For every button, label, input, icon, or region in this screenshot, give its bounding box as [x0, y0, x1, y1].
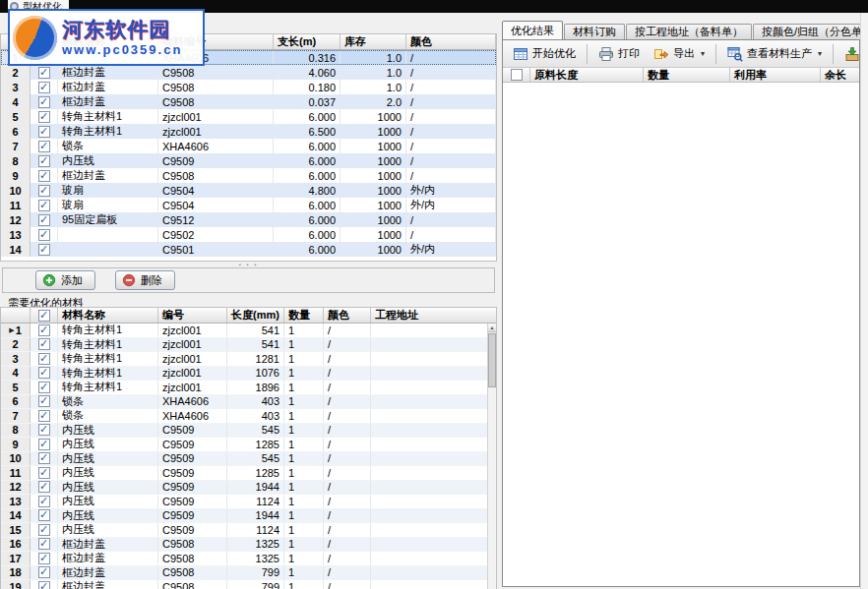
row-checkbox[interactable]	[38, 141, 50, 152]
materials-select-all-checkbox[interactable]	[38, 310, 50, 322]
row-checkbox-cell[interactable]	[31, 153, 58, 168]
row-checkbox-cell[interactable]	[31, 338, 58, 352]
row-checkbox[interactable]	[38, 395, 50, 407]
stock-table-row[interactable]: 3 框边封盖 C9508 0.180 1.0 /	[1, 80, 496, 94]
results-header-utilization[interactable]: 利用率	[730, 68, 821, 82]
row-checkbox-cell[interactable]	[31, 566, 58, 580]
row-checkbox-cell[interactable]	[31, 168, 58, 183]
row-checkbox[interactable]	[38, 382, 50, 393]
row-checkbox-cell[interactable]	[31, 367, 58, 381]
materials-table-row[interactable]: 17 框边封盖 C9508 1325 1 /	[1, 552, 496, 566]
materials-table-row[interactable]: 18 框边封盖 C9508 799 1 /	[1, 566, 496, 581]
row-checkbox-cell[interactable]	[31, 395, 58, 409]
export-button[interactable]: 导出	[648, 43, 711, 65]
row-checkbox[interactable]	[38, 67, 50, 79]
row-checkbox-cell[interactable]	[31, 481, 58, 495]
stock-header-stock[interactable]: 库存	[341, 34, 406, 49]
stock-table-row[interactable]: 6 转角主材料1 zjzcl001 6.500 1000 /	[1, 124, 496, 139]
add-button[interactable]: 添加	[35, 270, 95, 290]
row-checkbox[interactable]	[38, 439, 50, 450]
row-checkbox[interactable]	[38, 338, 50, 350]
results-header-qty[interactable]: 数量	[644, 68, 730, 82]
row-checkbox[interactable]	[38, 424, 50, 436]
tab-optimization-results[interactable]: 优化结果	[502, 21, 563, 39]
materials-table-row[interactable]: 4 转角主材料1 zjzcl001 1076 1 /	[1, 367, 496, 382]
row-checkbox-cell[interactable]	[31, 139, 58, 153]
row-checkbox-cell[interactable]	[31, 552, 58, 565]
materials-table-row[interactable]: 12 内压线 C9509 1944 1 /	[1, 481, 496, 496]
materials-header-name[interactable]: 材料名称	[58, 308, 158, 323]
print-button[interactable]: 打印	[592, 43, 646, 65]
materials-table-row[interactable]: 8 内压线 C9509 545 1 /	[1, 424, 496, 439]
row-checkbox-cell[interactable]	[31, 80, 58, 94]
stock-header-color[interactable]: 颜色	[406, 34, 496, 49]
stock-table-row[interactable]: 7 锁条 XHA4606 6.000 1000 /	[1, 139, 496, 153]
row-checkbox[interactable]	[38, 481, 50, 493]
materials-table-row[interactable]: 7 锁条 XHA4606 403 1 /	[1, 409, 496, 424]
row-checkbox[interactable]	[38, 467, 50, 479]
row-checkbox[interactable]	[38, 82, 50, 93]
row-checkbox[interactable]	[38, 214, 50, 226]
materials-table-row[interactable]: 19 框边封盖 C9508 799 1 /	[1, 580, 496, 589]
row-checkbox[interactable]	[38, 581, 50, 589]
row-checkbox-cell[interactable]	[31, 509, 58, 523]
materials-scrollbar[interactable]	[487, 324, 496, 589]
results-header-raw-length[interactable]: 原料长度	[530, 68, 644, 82]
stock-table-row[interactable]: 11 玻扇 C9504 6.000 1000 外/内	[1, 198, 496, 212]
materials-table-row[interactable]: 11 内压线 C9509 1285 1 /	[1, 466, 496, 481]
row-checkbox[interactable]	[38, 410, 50, 422]
materials-header-length[interactable]: 长度(mm)	[227, 308, 284, 323]
row-checkbox[interactable]	[38, 244, 50, 256]
row-checkbox[interactable]	[38, 509, 50, 521]
results-select-all-cell[interactable]	[503, 68, 530, 82]
row-checkbox-cell[interactable]	[31, 580, 58, 589]
row-checkbox[interactable]	[38, 185, 50, 197]
materials-table-row[interactable]: 14 内压线 C9509 1944 1 /	[1, 509, 496, 524]
row-checkbox[interactable]	[38, 229, 50, 241]
materials-table-row[interactable]: 3 转角主材料1 zjzcl001 1281 1 /	[1, 352, 496, 367]
row-checkbox-cell[interactable]	[31, 109, 58, 124]
row-checkbox-cell[interactable]	[31, 523, 58, 537]
row-checkbox-cell[interactable]	[31, 324, 58, 337]
row-checkbox-cell[interactable]	[31, 227, 58, 242]
materials-table-row[interactable]: 6 锁条 XHA4606 403 1 /	[1, 395, 496, 410]
row-checkbox[interactable]	[38, 496, 50, 507]
materials-header-code[interactable]: 编号	[158, 308, 227, 323]
row-checkbox-cell[interactable]	[31, 424, 58, 438]
tab-material-ordering[interactable]: 材料订购	[564, 24, 625, 39]
row-checkbox-cell[interactable]	[31, 198, 58, 212]
stock-header-length[interactable]: 支长(m)	[274, 34, 341, 49]
tab-by-project-address[interactable]: 按工程地址（备料单）	[626, 24, 752, 39]
row-checkbox-cell[interactable]	[31, 438, 58, 451]
row-checkbox-cell[interactable]	[31, 381, 58, 394]
row-checkbox-cell[interactable]	[31, 495, 58, 508]
row-checkbox[interactable]	[38, 170, 50, 182]
row-checkbox[interactable]	[38, 126, 50, 138]
row-checkbox[interactable]	[38, 367, 50, 379]
row-checkbox-cell[interactable]	[31, 452, 58, 466]
scrollbar-thumb[interactable]	[488, 333, 496, 387]
row-checkbox[interactable]	[38, 452, 50, 464]
scroll-up-icon[interactable]	[488, 324, 496, 332]
stock-table-row[interactable]: 8 内压线 C9509 6.000 1000 /	[1, 153, 496, 168]
row-checkbox-cell[interactable]	[31, 538, 58, 552]
materials-table-row[interactable]: 13 内压线 C9509 1124 1 /	[1, 495, 496, 509]
results-header-surplus[interactable]: 余长	[821, 68, 859, 82]
row-checkbox[interactable]	[38, 324, 50, 336]
materials-select-all-cell[interactable]	[31, 308, 58, 323]
materials-header-qty[interactable]: 数量	[284, 308, 324, 323]
view-material-production-button[interactable]: 查看材料生产	[721, 43, 828, 65]
stock-table-row[interactable]: 13 C9502 6.000 1000 /	[1, 227, 496, 242]
materials-table-row[interactable]: 1 转角主材料1 zjzcl001 541 1 /	[1, 324, 496, 338]
stock-table-row[interactable]: 12 95固定扁板 C9512 6.000 1000 /	[1, 212, 496, 227]
start-optimization-button[interactable]: 开始优化	[507, 43, 582, 65]
row-checkbox[interactable]	[38, 96, 50, 108]
row-checkbox-cell[interactable]	[31, 94, 58, 109]
stock-table-row[interactable]: 5 转角主材料1 zjzcl001 6.000 1000 /	[1, 109, 496, 124]
row-checkbox[interactable]	[38, 155, 50, 167]
materials-table-row[interactable]: 10 内压线 C9509 545 1 /	[1, 452, 496, 467]
materials-table-row[interactable]: 5 转角主材料1 zjzcl001 1896 1 /	[1, 381, 496, 395]
row-checkbox[interactable]	[38, 566, 50, 578]
row-checkbox[interactable]	[38, 353, 50, 365]
row-checkbox[interactable]	[38, 538, 50, 550]
